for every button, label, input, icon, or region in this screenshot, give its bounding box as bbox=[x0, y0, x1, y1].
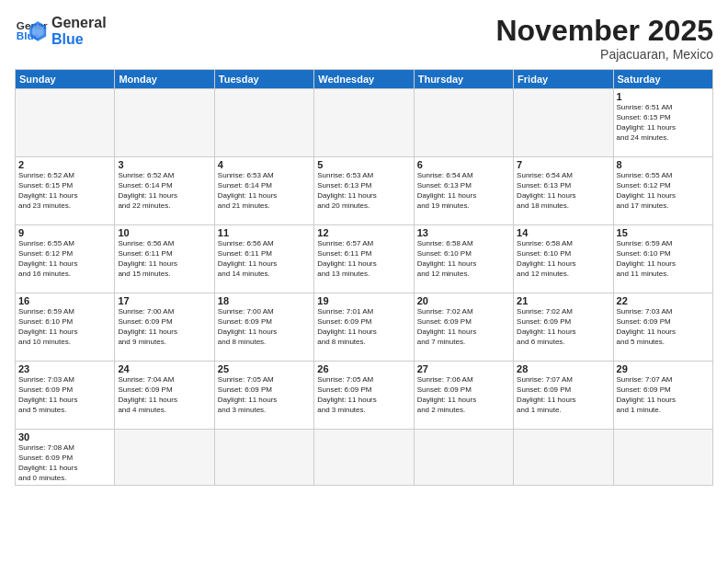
cell-info: Sunrise: 7:06 AMSunset: 6:09 PMDaylight:… bbox=[417, 375, 510, 415]
cell-info: Sunrise: 6:57 AMSunset: 6:11 PMDaylight:… bbox=[317, 239, 410, 279]
day-number: 30 bbox=[18, 431, 111, 442]
day-number: 3 bbox=[118, 159, 210, 170]
day-number: 10 bbox=[118, 227, 210, 238]
table-row: 6Sunrise: 6:54 AMSunset: 6:13 PMDaylight… bbox=[414, 157, 513, 225]
col-wednesday: Wednesday bbox=[314, 70, 414, 89]
col-thursday: Thursday bbox=[414, 70, 513, 89]
table-row: 8Sunrise: 6:55 AMSunset: 6:12 PMDaylight… bbox=[613, 157, 712, 225]
day-number: 21 bbox=[517, 295, 609, 306]
calendar-table: Sunday Monday Tuesday Wednesday Thursday… bbox=[15, 69, 713, 486]
table-row: 16Sunrise: 6:59 AMSunset: 6:10 PMDayligh… bbox=[16, 293, 115, 362]
table-row bbox=[514, 430, 613, 486]
day-number: 5 bbox=[317, 159, 410, 170]
table-row: 18Sunrise: 7:00 AMSunset: 6:09 PMDayligh… bbox=[214, 293, 313, 362]
col-tuesday: Tuesday bbox=[214, 70, 313, 89]
day-number: 23 bbox=[18, 363, 111, 374]
cell-info: Sunrise: 6:58 AMSunset: 6:10 PMDaylight:… bbox=[417, 239, 510, 279]
col-saturday: Saturday bbox=[613, 70, 712, 89]
col-monday: Monday bbox=[115, 70, 214, 89]
table-row bbox=[115, 89, 214, 157]
day-number: 26 bbox=[317, 363, 410, 374]
page: General Blue General Blue November 2025 … bbox=[0, 0, 728, 563]
day-number: 28 bbox=[517, 363, 609, 374]
table-row: 10Sunrise: 6:56 AMSunset: 6:11 PMDayligh… bbox=[115, 225, 214, 293]
table-row: 21Sunrise: 7:02 AMSunset: 6:09 PMDayligh… bbox=[514, 293, 613, 362]
table-row: 27Sunrise: 7:06 AMSunset: 6:09 PMDayligh… bbox=[414, 362, 513, 430]
table-row: 14Sunrise: 6:58 AMSunset: 6:10 PMDayligh… bbox=[514, 225, 613, 293]
month-title: November 2025 bbox=[495, 15, 713, 47]
table-row: 5Sunrise: 6:53 AMSunset: 6:13 PMDaylight… bbox=[314, 157, 414, 225]
day-number: 2 bbox=[18, 159, 111, 170]
day-number: 6 bbox=[417, 159, 510, 170]
table-row: 3Sunrise: 6:52 AMSunset: 6:14 PMDaylight… bbox=[115, 157, 214, 225]
day-number: 18 bbox=[218, 295, 311, 306]
day-number: 17 bbox=[118, 295, 210, 306]
day-number: 13 bbox=[417, 227, 510, 238]
table-row: 2Sunrise: 6:52 AMSunset: 6:15 PMDaylight… bbox=[16, 157, 115, 225]
table-row bbox=[314, 89, 414, 157]
cell-info: Sunrise: 6:51 AMSunset: 6:15 PMDaylight:… bbox=[617, 103, 710, 143]
day-number: 29 bbox=[617, 363, 710, 374]
table-row: 28Sunrise: 7:07 AMSunset: 6:09 PMDayligh… bbox=[514, 362, 613, 430]
day-number: 24 bbox=[118, 363, 210, 374]
cell-info: Sunrise: 7:02 AMSunset: 6:09 PMDaylight:… bbox=[417, 307, 510, 347]
cell-info: Sunrise: 6:59 AMSunset: 6:10 PMDaylight:… bbox=[617, 239, 710, 279]
logo: General Blue General Blue bbox=[15, 15, 107, 48]
col-sunday: Sunday bbox=[16, 70, 115, 89]
calendar-header-row: Sunday Monday Tuesday Wednesday Thursday… bbox=[16, 70, 713, 89]
table-row bbox=[16, 89, 115, 157]
table-row: 17Sunrise: 7:00 AMSunset: 6:09 PMDayligh… bbox=[115, 293, 214, 362]
table-row: 22Sunrise: 7:03 AMSunset: 6:09 PMDayligh… bbox=[613, 293, 712, 362]
cell-info: Sunrise: 6:52 AMSunset: 6:14 PMDaylight:… bbox=[118, 171, 210, 211]
day-number: 12 bbox=[317, 227, 410, 238]
table-row bbox=[414, 430, 513, 486]
logo-icon: General Blue bbox=[15, 15, 48, 48]
table-row: 1Sunrise: 6:51 AMSunset: 6:15 PMDaylight… bbox=[613, 89, 712, 157]
cell-info: Sunrise: 7:04 AMSunset: 6:09 PMDaylight:… bbox=[118, 375, 210, 415]
logo-general: General bbox=[51, 15, 107, 31]
day-number: 16 bbox=[18, 295, 111, 306]
table-row: 4Sunrise: 6:53 AMSunset: 6:14 PMDaylight… bbox=[214, 157, 313, 225]
cell-info: Sunrise: 7:07 AMSunset: 6:09 PMDaylight:… bbox=[617, 375, 710, 415]
day-number: 1 bbox=[617, 91, 710, 102]
day-number: 7 bbox=[517, 159, 609, 170]
table-row bbox=[214, 89, 313, 157]
table-row bbox=[414, 89, 513, 157]
table-row: 23Sunrise: 7:03 AMSunset: 6:09 PMDayligh… bbox=[16, 362, 115, 430]
cell-info: Sunrise: 6:54 AMSunset: 6:13 PMDaylight:… bbox=[517, 171, 609, 211]
table-row: 15Sunrise: 6:59 AMSunset: 6:10 PMDayligh… bbox=[613, 225, 712, 293]
day-number: 22 bbox=[617, 295, 710, 306]
day-number: 27 bbox=[417, 363, 510, 374]
header: General Blue General Blue November 2025 … bbox=[15, 15, 713, 62]
table-row: 12Sunrise: 6:57 AMSunset: 6:11 PMDayligh… bbox=[314, 225, 414, 293]
col-friday: Friday bbox=[514, 70, 613, 89]
cell-info: Sunrise: 6:59 AMSunset: 6:10 PMDaylight:… bbox=[18, 307, 111, 347]
cell-info: Sunrise: 7:01 AMSunset: 6:09 PMDaylight:… bbox=[317, 307, 410, 347]
title-block: November 2025 Pajacuaran, Mexico bbox=[495, 15, 713, 62]
cell-info: Sunrise: 7:03 AMSunset: 6:09 PMDaylight:… bbox=[617, 307, 710, 347]
cell-info: Sunrise: 6:54 AMSunset: 6:13 PMDaylight:… bbox=[417, 171, 510, 211]
table-row bbox=[314, 430, 414, 486]
cell-info: Sunrise: 6:56 AMSunset: 6:11 PMDaylight:… bbox=[218, 239, 311, 279]
cell-info: Sunrise: 7:00 AMSunset: 6:09 PMDaylight:… bbox=[118, 307, 210, 347]
table-row bbox=[613, 430, 712, 486]
table-row: 20Sunrise: 7:02 AMSunset: 6:09 PMDayligh… bbox=[414, 293, 513, 362]
cell-info: Sunrise: 6:53 AMSunset: 6:13 PMDaylight:… bbox=[317, 171, 410, 211]
location: Pajacuaran, Mexico bbox=[495, 47, 713, 62]
table-row bbox=[115, 430, 214, 486]
table-row: 30Sunrise: 7:08 AMSunset: 6:09 PMDayligh… bbox=[16, 430, 115, 486]
cell-info: Sunrise: 7:05 AMSunset: 6:09 PMDaylight:… bbox=[218, 375, 311, 415]
cell-info: Sunrise: 7:00 AMSunset: 6:09 PMDaylight:… bbox=[218, 307, 311, 347]
day-number: 14 bbox=[517, 227, 609, 238]
day-number: 8 bbox=[617, 159, 710, 170]
table-row bbox=[214, 430, 313, 486]
day-number: 11 bbox=[218, 227, 311, 238]
table-row: 7Sunrise: 6:54 AMSunset: 6:13 PMDaylight… bbox=[514, 157, 613, 225]
table-row: 29Sunrise: 7:07 AMSunset: 6:09 PMDayligh… bbox=[613, 362, 712, 430]
day-number: 25 bbox=[218, 363, 311, 374]
table-row: 26Sunrise: 7:05 AMSunset: 6:09 PMDayligh… bbox=[314, 362, 414, 430]
table-row: 9Sunrise: 6:55 AMSunset: 6:12 PMDaylight… bbox=[16, 225, 115, 293]
cell-info: Sunrise: 6:58 AMSunset: 6:10 PMDaylight:… bbox=[517, 239, 609, 279]
day-number: 4 bbox=[218, 159, 311, 170]
table-row: 25Sunrise: 7:05 AMSunset: 6:09 PMDayligh… bbox=[214, 362, 313, 430]
